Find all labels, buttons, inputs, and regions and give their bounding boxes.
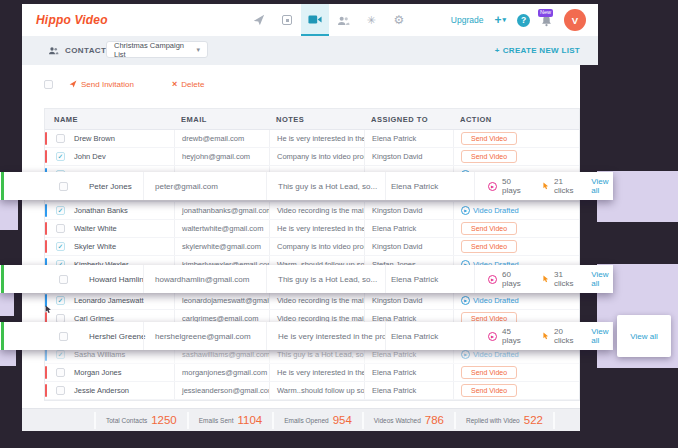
send-icon: [253, 14, 265, 26]
play-circle-icon: ▶: [461, 350, 470, 359]
upgrade-link[interactable]: Upgrade: [451, 15, 484, 25]
contact-name: John Dev: [74, 152, 106, 161]
help-icon[interactable]: ?: [517, 14, 530, 27]
top-right-cluster: Upgrade +▾ ? New V: [451, 4, 586, 36]
click-cursor-icon: [542, 274, 549, 284]
table-row[interactable]: Drew Brown drewb@email.com He is very in…: [45, 130, 579, 148]
table-row[interactable]: ✓ John Dev heyjohn@gmail.com Company is …: [45, 148, 579, 166]
view-all-link[interactable]: View all: [591, 177, 613, 195]
contact-name: Jonathan Banks: [74, 206, 128, 215]
action-cell: Send Video: [453, 238, 579, 255]
plays-count: 60 plays: [502, 270, 526, 288]
assigned-to: Kingston David: [364, 148, 453, 165]
table-row[interactable]: Walter White waltertwhite@gmail.com He i…: [45, 220, 579, 238]
nav-tab-screen-recorder[interactable]: [273, 4, 301, 36]
row-checkbox[interactable]: ✓: [56, 296, 65, 305]
row-checkbox[interactable]: [56, 386, 65, 395]
table-row[interactable]: ✓ Leonardo Jameswatt leonardojameswatt@g…: [45, 292, 579, 310]
delete-button[interactable]: × Delete: [172, 79, 204, 89]
row-checkbox[interactable]: [56, 224, 65, 233]
contact-notes: He is very interested in the prod..: [269, 364, 364, 381]
contact-notes: He is very interested in the prod...: [266, 322, 385, 350]
contact-email: jessieanderson@gmail.com: [174, 382, 269, 399]
table-row[interactable]: Morgan Jones morganjones@gmail.com He is…: [45, 364, 579, 382]
row-checkbox[interactable]: [56, 368, 65, 377]
table-row[interactable]: Jessie Anderson jessieanderson@gmail.com…: [45, 382, 579, 400]
action-cell: ▶ Video Drafted: [453, 292, 579, 309]
table-row[interactable]: ✓ Skyler White skylerwhite@gmail.com Com…: [45, 238, 579, 256]
create-new-list-button[interactable]: + CREATE NEW LIST: [495, 36, 580, 65]
action-cell: Send Video: [453, 220, 579, 237]
dragged-row-overlay[interactable]: Peter Jones peter@gmail.com This guy is …: [0, 172, 613, 200]
stat-replied-with-video: Replied with Video 522: [454, 412, 555, 429]
video-camera-icon: [308, 14, 322, 25]
row-checkbox[interactable]: ✓: [56, 350, 65, 359]
contact-email: leonardojameswatt@gmail.com: [174, 292, 269, 309]
video-drafted-status: ▶ Video Drafted: [461, 350, 519, 359]
stat-videos-watched: Videos Watched 786: [362, 412, 454, 429]
dragged-row-overlay[interactable]: Hershel Greene hershelgreene@gmail.com H…: [0, 322, 613, 350]
contact-name: Howard Hamlin: [89, 275, 144, 284]
table-row[interactable]: ✓ Jonathan Banks jonathanbanks@gmail.com…: [45, 202, 579, 220]
send-invitation-button[interactable]: Send Invitation: [69, 80, 134, 89]
assigned-to: Elena Patrick: [385, 265, 474, 293]
screen: Hippo Video ✳ ⚙ Upgrade +▾ ?: [0, 0, 678, 448]
contact-notes: This guy is a Hot Lead, so...: [266, 265, 385, 293]
assigned-to: Elena Patrick: [364, 130, 453, 147]
column-header-name: NAME: [45, 115, 174, 124]
status-color-bar: [45, 204, 47, 217]
column-header-assigned: ASSIGNED TO: [364, 115, 453, 124]
nav-tab-integrations[interactable]: ✳: [357, 4, 385, 36]
contact-email: morganjones@gmail.com: [174, 364, 269, 381]
select-all-checkbox[interactable]: [44, 80, 53, 89]
nav-tab-send[interactable]: [245, 4, 273, 36]
quick-add-button[interactable]: +▾: [494, 13, 506, 27]
send-icon: [69, 80, 77, 88]
action-cell: ▶ Video Drafted: [453, 202, 579, 219]
contact-email: waltertwhite@gmail.com: [174, 220, 269, 237]
top-nav-bar: Hippo Video ✳ ⚙ Upgrade +▾ ?: [22, 4, 598, 37]
send-video-button[interactable]: Send Video: [461, 240, 517, 253]
main-nav-tabs: ✳ ⚙: [245, 4, 413, 36]
dragged-row-overlay[interactable]: Howard Hamlin howardhamlin@gmail.com Thi…: [0, 265, 613, 293]
contact-notes: Company is into video produ...: [269, 148, 364, 165]
view-all-link[interactable]: View all: [591, 270, 613, 288]
contacts-table: NAME EMAIL NOTES ASSIGNED TO ACTION Drew…: [44, 108, 580, 401]
contact-email: jonathanbanks@gmail.com: [174, 202, 269, 219]
floating-view-all-card[interactable]: View all: [617, 315, 671, 357]
list-select-dropdown[interactable]: Christmas Campaign List ▾: [106, 41, 208, 58]
nav-tab-settings[interactable]: ⚙: [385, 4, 413, 36]
row-checkbox[interactable]: [59, 332, 68, 341]
row-checkbox[interactable]: [56, 134, 65, 143]
send-video-button[interactable]: Send Video: [461, 150, 517, 163]
notifications-button[interactable]: New: [541, 13, 553, 27]
video-drafted-status: ▶ Video Drafted: [461, 206, 519, 215]
video-stats: ▶ 50 plays 21 clicks View all: [474, 172, 613, 200]
hippo-video-logo: Hippo Video: [36, 13, 108, 27]
stat-total-contacts: Total Contacts 1250: [94, 412, 187, 429]
view-all-link[interactable]: View all: [591, 327, 613, 345]
row-checkbox[interactable]: ✓: [56, 206, 65, 215]
row-checkbox[interactable]: [59, 275, 68, 284]
chevron-down-icon: ▾: [196, 46, 200, 54]
nav-tab-videos[interactable]: [301, 4, 329, 36]
contact-email: hershelgreene@gmail.com: [143, 322, 266, 350]
avatar[interactable]: V: [564, 9, 586, 31]
row-checkbox[interactable]: ✓: [56, 152, 65, 161]
send-video-button[interactable]: Send Video: [461, 132, 517, 145]
video-drafted-status: ▶ Video Drafted: [461, 296, 519, 305]
clicks-count: 21 clicks: [554, 177, 578, 195]
play-circle-icon: ▶: [488, 332, 497, 341]
nav-tab-contacts[interactable]: [329, 4, 357, 36]
background-page-fragment: [0, 198, 18, 230]
contact-list-icon: [48, 46, 59, 55]
settings-icon: ⚙: [394, 14, 405, 26]
row-checkbox[interactable]: [59, 182, 68, 191]
send-video-button[interactable]: Send Video: [461, 366, 517, 379]
row-checkbox[interactable]: ✓: [56, 242, 65, 251]
video-stats: ▶ 60 plays 31 clicks View all: [474, 265, 613, 293]
send-video-button[interactable]: Send Video: [461, 222, 517, 235]
drag-cursor-icon: [44, 305, 52, 314]
plus-icon: +: [494, 13, 501, 27]
send-video-button[interactable]: Send Video: [461, 384, 517, 397]
